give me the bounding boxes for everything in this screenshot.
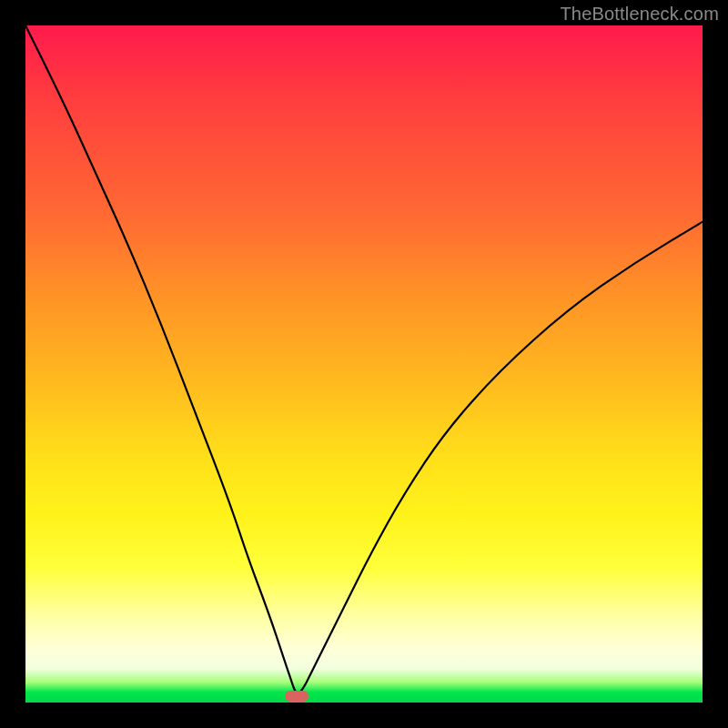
curve-path	[25, 25, 703, 693]
bottleneck-curve	[25, 25, 703, 703]
minimum-marker	[285, 691, 308, 702]
chart-frame: TheBottleneck.com	[0, 0, 728, 728]
watermark-text: TheBottleneck.com	[560, 4, 719, 25]
plot-area	[25, 25, 703, 703]
